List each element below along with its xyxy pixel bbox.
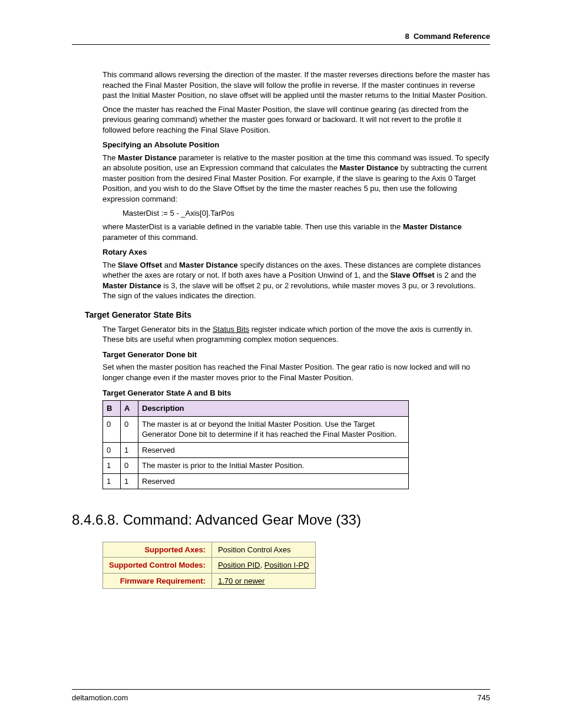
cell-a: 1 xyxy=(121,473,138,489)
paragraph: The Master Distance parameter is relativ… xyxy=(103,153,490,205)
separator: , xyxy=(260,561,264,569)
cell-a: 0 xyxy=(121,416,138,442)
cell-desc: The master is prior to the Initial Maste… xyxy=(138,458,409,474)
table-row: Supported Axes: Position Control Axes xyxy=(103,542,316,558)
text: The xyxy=(103,153,118,162)
table-row: 0 0 The master is at or beyond the Initi… xyxy=(103,416,409,442)
text: parameter of this command. xyxy=(103,233,198,242)
text: The Target Generator bits in the xyxy=(103,325,213,334)
info-label: Firmware Requirement: xyxy=(103,573,212,589)
state-bits-table: B A Description 0 0 The master is at or … xyxy=(103,400,409,489)
content-area: This command allows reversing the direct… xyxy=(72,70,490,589)
text: where MasterDist is a variable defined i… xyxy=(103,222,403,231)
subheading-state-ab: Target Generator State A and B bits xyxy=(103,388,490,398)
info-value: 1.70 or newer xyxy=(211,573,315,589)
term: Slave Offset xyxy=(118,261,162,269)
table-row: 1 1 Reserved xyxy=(103,473,409,489)
chapter-number: 8 xyxy=(405,32,409,41)
subheading-rotary: Rotary Axes xyxy=(103,247,490,258)
term: Master Distance xyxy=(118,153,177,162)
term: Slave Offset xyxy=(391,271,435,279)
cell-b: 0 xyxy=(103,442,121,458)
subheading-absolute: Specifying an Absolute Position xyxy=(103,140,490,150)
table-header-row: B A Description xyxy=(103,401,409,417)
paragraph: Set when the master position has reached… xyxy=(103,362,490,383)
table-row: 1 0 The master is prior to the Initial M… xyxy=(103,458,409,474)
heading-target-generator: Target Generator State Bits xyxy=(85,309,490,321)
table-row: Supported Control Modes: Position PID, P… xyxy=(103,558,316,574)
col-header-desc: Description xyxy=(138,401,409,417)
subheading-done-bit: Target Generator Done bit xyxy=(103,350,490,360)
page: 8 Command Reference This command allows … xyxy=(0,0,562,728)
section-heading-command: 8.4.6.8. Command: Advanced Gear Move (33… xyxy=(72,510,490,529)
text: is 2 and the xyxy=(435,271,477,279)
term: Master Distance xyxy=(340,163,399,172)
page-footer: deltamotion.com 745 xyxy=(72,689,490,702)
cell-b: 0 xyxy=(103,416,121,442)
cell-a: 1 xyxy=(121,442,138,458)
command-info-table: Supported Axes: Position Control Axes Su… xyxy=(103,542,316,589)
cell-b: 1 xyxy=(103,458,121,474)
text: The xyxy=(103,261,118,269)
footer-page-number: 745 xyxy=(477,693,490,702)
col-header-a: A xyxy=(121,401,138,417)
paragraph: The Slave Offset and Master Distance spe… xyxy=(103,260,490,301)
footer-site: deltamotion.com xyxy=(72,693,128,702)
info-value: Position Control Axes xyxy=(211,542,315,558)
link-position-ipd[interactable]: Position I-PD xyxy=(265,561,309,569)
cell-desc: Reserved xyxy=(138,473,409,489)
code-line: MasterDist := 5 - _Axis[0].TarPos xyxy=(103,208,490,219)
link-position-pid[interactable]: Position PID xyxy=(218,561,260,569)
term: Master Distance xyxy=(403,222,462,231)
cell-desc: The master is at or beyond the Initial M… xyxy=(138,416,409,442)
paragraph: This command allows reversing the direct… xyxy=(103,70,490,101)
col-header-b: B xyxy=(103,401,121,417)
running-header: 8 Command Reference xyxy=(72,32,490,45)
paragraph: Once the master has reached the Final Ma… xyxy=(103,104,490,136)
paragraph: The Target Generator bits in the Status … xyxy=(103,324,490,345)
term: Master Distance xyxy=(179,261,238,269)
text: and xyxy=(162,261,179,269)
cell-desc: Reserved xyxy=(138,442,409,458)
info-value: Position PID, Position I-PD xyxy=(211,558,315,574)
table-row: 0 1 Reserved xyxy=(103,442,409,458)
cell-a: 0 xyxy=(121,458,138,474)
info-label: Supported Control Modes: xyxy=(103,558,212,574)
chapter-title: Command Reference xyxy=(414,32,490,41)
link-firmware[interactable]: 1.70 or newer xyxy=(218,577,265,585)
info-label: Supported Axes: xyxy=(103,542,212,558)
cell-b: 1 xyxy=(103,473,121,489)
link-status-bits[interactable]: Status Bits xyxy=(213,325,249,334)
term: Master Distance xyxy=(103,281,161,290)
paragraph: where MasterDist is a variable defined i… xyxy=(103,222,490,242)
table-row: Firmware Requirement: 1.70 or newer xyxy=(103,573,316,589)
